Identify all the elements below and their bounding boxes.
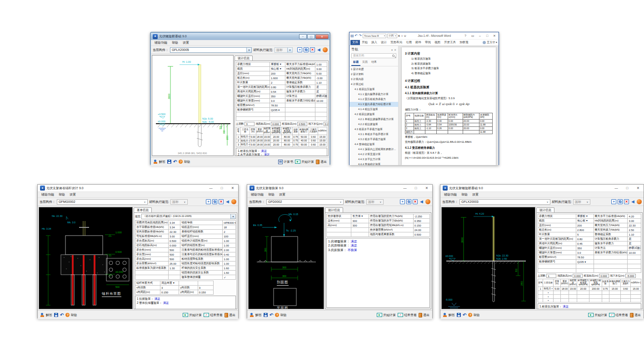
nav-heading-item[interactable]: 4 计算过程	[349, 82, 398, 87]
tab-design-info[interactable]: 设计信息	[235, 55, 253, 60]
ground-elev-field[interactable]: 0.000	[573, 274, 583, 278]
nav-tab-results[interactable]: 结果	[369, 60, 379, 66]
nav-heading-item[interactable]: 4.2.2 桩抗拔验算	[349, 122, 398, 127]
ribbon-tab[interactable]: 审阅	[423, 40, 433, 45]
menu-item[interactable]: 辅助功能	[39, 192, 56, 197]
exit-button[interactable]: 退出	[225, 313, 235, 317]
menu-item[interactable]: 帮助	[170, 40, 180, 45]
menu-item[interactable]: 辅助功能	[249, 192, 266, 197]
spec-combobox[interactable]: 国标∨	[366, 199, 384, 205]
titlebar[interactable]: ✦ 光伏支架岩石锚杆设计 9.0 — □ ✕	[38, 185, 238, 192]
maximize-button[interactable]: □	[622, 185, 633, 191]
maximize-button[interactable]: □	[410, 185, 421, 191]
view-results-button[interactable]: ✓结果查看	[398, 313, 417, 317]
water-level-field[interactable]: 0.000	[324, 122, 329, 126]
help-fox-icon[interactable]	[637, 199, 642, 204]
ribbon-tab[interactable]: 引用	[404, 40, 414, 45]
answer-button[interactable]: 解答	[40, 313, 52, 317]
font-name-combobox[interactable]: Times New R▾	[363, 34, 386, 38]
font-size-combobox[interactable]: 小四▾	[387, 34, 397, 38]
maximize-button[interactable]: □	[484, 34, 490, 37]
ribbon-tab[interactable]: 邮件	[414, 40, 423, 45]
close-button[interactable]: ✕	[491, 34, 498, 38]
nav-tab-headings[interactable]: 标题	[351, 60, 360, 66]
start-calc-button[interactable]: ▶开始计算	[295, 160, 314, 164]
nav-heading-item[interactable]: 4.2 桩基抗拔验算	[349, 112, 398, 117]
announce-icon[interactable]: ◀	[225, 199, 230, 204]
redo-icon[interactable]: ↷	[359, 34, 362, 38]
minimize-button[interactable]: –	[477, 34, 483, 37]
pile-top-elev-field[interactable]: 0.000	[599, 274, 609, 278]
nav-close-icon[interactable]: ✕	[394, 48, 396, 51]
add-component-icon[interactable]: +	[400, 199, 405, 204]
account-name[interactable]: 王玉华 ▾	[483, 40, 497, 45]
nav-heading-item[interactable]: 4.3.2 桩水平承载力验算	[349, 137, 398, 142]
report-button[interactable]: W计算书	[278, 160, 293, 164]
ribbon-tab[interactable]: 开始	[360, 40, 369, 45]
nav-heading-item[interactable]: 4.1 桩基抗压验算	[349, 87, 398, 92]
delete-component-icon[interactable]: ✕	[624, 199, 629, 204]
copy-component-icon[interactable]: ⧉	[304, 47, 309, 52]
search-input[interactable]: 搜索文档	[351, 53, 396, 58]
nav-heading-item[interactable]: 4.4.4 整体稳定验算	[349, 162, 398, 165]
bold-italic-underline-buttons[interactable]: B I U	[398, 35, 406, 37]
tab-design-info[interactable]: 设计信息	[536, 207, 554, 212]
nav-heading-item[interactable]: 2 设计资料	[349, 72, 398, 77]
nav-heading-item[interactable]: 4.4.1 深基内土层桩周长参数计...	[349, 147, 398, 152]
titlebar[interactable]: ✦ 光伏支架墩验算 9.0 — □ ✕	[247, 185, 432, 192]
add-component-icon[interactable]: +	[297, 47, 302, 52]
help-fox-icon[interactable]	[231, 199, 236, 204]
close-button[interactable]: ✕	[315, 34, 329, 39]
help-fox-icon[interactable]	[323, 47, 328, 52]
code-combobox[interactable]: 《岩石锚杆(索)技术规程》(CECS 22-2005)▼	[141, 214, 236, 219]
view-results-button[interactable]: ✓结果查看	[609, 313, 628, 317]
delete-component-icon[interactable]: ✕	[310, 47, 315, 52]
component-combobox[interactable]: GFMG0002∨	[57, 199, 148, 205]
nav-heading-item[interactable]: 4.4.3 水平抗力计算	[349, 157, 398, 162]
nav-heading-item[interactable]: 4.1.2 受压桩桩身承载力	[349, 97, 398, 102]
ribbon-options-button[interactable]: ▭	[469, 34, 476, 38]
nav-heading-item[interactable]: 3 计算内容	[349, 77, 398, 82]
nav-heading-item[interactable]: 4.3.1 单桩水平临界值计算	[349, 132, 398, 137]
soil-layers-field[interactable]: 1	[546, 274, 556, 278]
undo-button[interactable]: ↶	[463, 313, 466, 317]
pile-top-elev-field[interactable]: 0.500	[297, 122, 307, 126]
help-button[interactable]: ?帮助	[179, 160, 190, 164]
menu-item[interactable]: 设置	[180, 40, 191, 45]
help-button[interactable]: ?帮助	[275, 313, 286, 317]
maximize-button[interactable]: ▢	[307, 34, 315, 39]
tab-design-info[interactable]: 设计信息	[325, 207, 343, 212]
nav-heading-item[interactable]: 4.4 整体稳定验算	[349, 142, 398, 147]
menu-item[interactable]: 设置	[277, 192, 288, 197]
nav-heading-item[interactable]: 4.3 桩基水平承载力验算	[349, 127, 398, 132]
announce-icon[interactable]: ◀	[419, 199, 424, 204]
undo-icon[interactable]: ↶	[355, 34, 358, 38]
answer-button[interactable]: 解答	[154, 160, 165, 164]
soil-layers-field[interactable]: 3	[245, 122, 255, 126]
nav-tab-pages[interactable]: 页面	[360, 60, 369, 66]
component-combobox[interactable]: GFLX20003∨	[459, 199, 550, 205]
nav-heading-item[interactable]: 4.1.4 桩抗压验算	[349, 107, 398, 112]
spec-combobox[interactable]: 国标▼	[275, 47, 293, 53]
answer-button[interactable]: 解答	[443, 313, 455, 317]
minimize-button[interactable]: –	[299, 34, 307, 39]
delete-component-icon[interactable]: ✕	[219, 199, 224, 204]
component-combobox[interactable]: GFLX20005▼	[170, 47, 252, 53]
ground-elev-field[interactable]: 0.000	[271, 122, 281, 126]
exit-button[interactable]: 退出	[316, 160, 327, 164]
nav-heading-item[interactable]: 4.1.1 竖向极限承载力计算	[349, 92, 398, 97]
menu-item[interactable]: 设置	[67, 192, 78, 197]
document-area[interactable]: 3 计算内容 1) 桩基抗压验算2) 桩基抗拔验算3) 桩基水平承载力验算4) …	[399, 46, 499, 165]
drawing-canvas[interactable]: Mk: 0.15 Ek: 0.35 Tk: -2.25 300 300 300 …	[248, 207, 324, 309]
menu-item[interactable]: 帮助	[56, 192, 67, 197]
ribbon-tab[interactable]: 页面布局	[389, 40, 404, 45]
nav-dropdown-icon[interactable]: ▾	[391, 48, 393, 51]
exit-button[interactable]: 退出	[630, 313, 641, 317]
word-titlebar[interactable]: ▤ ↶ ↷ Times New R▾ 小四▾ B I U Jsu-1.rtf -…	[349, 32, 499, 40]
help-button[interactable]: ?帮助	[468, 313, 479, 317]
help-button[interactable]: ?	[462, 34, 469, 37]
minimize-button[interactable]: —	[205, 185, 216, 191]
drawing-canvas[interactable]: Nk: 22.30 Mk: 3.0 Hk: 3.34 1.000 0.500 ±…	[39, 207, 133, 309]
copy-component-icon[interactable]: ⧉	[212, 199, 217, 204]
ribbon-tab[interactable]: 加载项	[458, 40, 470, 45]
